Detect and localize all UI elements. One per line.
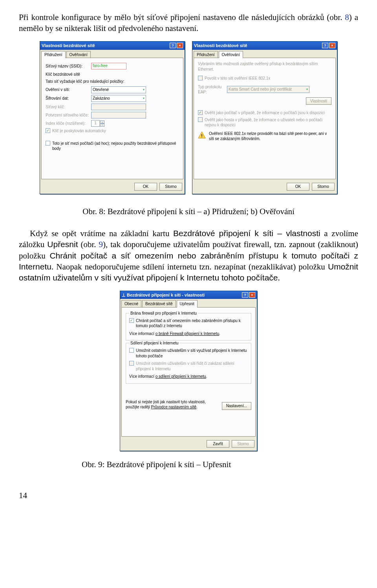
tab-bezdratove-site[interactable]: Bezdrátové sítě (142, 300, 176, 308)
sharing-link[interactable]: o sdílení připojení k Internetu (156, 374, 206, 379)
autokey-checkbox: ✓ (46, 128, 50, 133)
enable-8021x-checkbox (198, 76, 203, 80)
body-paragraph-2: Když se opět vrátíme na základní kartu B… (19, 228, 358, 284)
key-section-header: Klíč bezdrátové sítě (46, 72, 179, 77)
ui-term: Upřesnit (47, 240, 78, 249)
chevron-down-icon: ▾ (100, 124, 104, 127)
sharing-more-info: Více informací o sdílení připojení k Int… (129, 374, 248, 379)
close-icon[interactable]: × (177, 43, 183, 48)
window-title: Vlastnosti bezdrátové sítě (42, 43, 95, 49)
close-icon[interactable]: × (329, 43, 335, 48)
index-stepper: 1 ▴▾ (91, 120, 104, 127)
sharing-group-legend: Sdílení připojení k Internetu (129, 340, 179, 346)
ok-button[interactable]: OK (287, 183, 309, 191)
netkey-label: Síťový klíč: (46, 104, 89, 110)
warning-icon: ! (198, 131, 206, 139)
protect-checkbox[interactable]: ✓ (129, 318, 134, 323)
ssid-label: Síťový název (SSID): (46, 64, 89, 69)
adhoc-label: Toto je síť mezi počítači (ad hoc); nejs… (52, 141, 179, 151)
tab-pridruzeni[interactable]: Přidružení (194, 51, 218, 58)
autokey-label: Klíč je poskytován automaticky (52, 128, 106, 134)
allow-share-label: Umožnit ostatním uživatelům v síti využí… (136, 348, 248, 359)
close-button[interactable]: Zavřít (207, 440, 229, 448)
as-computer-checkbox: ✓ (198, 110, 203, 115)
as-computer-label: Ověřit jako počítač v případě, že inform… (205, 110, 325, 116)
allow-control-checkbox (129, 361, 134, 366)
window-title: Vlastnosti bezdrátové sítě (194, 43, 247, 49)
eap-label: Typ protokolu EAP: (198, 84, 225, 95)
eap-select: Karta Smart Card nebo jiný certifikát▾ (227, 86, 309, 93)
eap-value: Karta Smart Card nebo jiný certifikát (229, 87, 292, 92)
chevron-down-icon: ▾ (306, 87, 308, 92)
tab-upresnit[interactable]: Upřesnit (177, 300, 198, 308)
chevron-up-icon: ▴ (100, 120, 104, 124)
auth-value: Otevřené (93, 87, 109, 93)
fig-ref-8: 8 (345, 13, 349, 22)
as-guest-label: Ověřit jako hosta v případě, že informac… (205, 117, 331, 128)
confkey-input (91, 112, 146, 118)
allow-share-checkbox[interactable] (129, 348, 134, 353)
warning-text: Ověření IEEE 802.1x nelze provádět na bá… (209, 131, 331, 142)
chevron-down-icon: ▾ (143, 96, 145, 101)
as-guest-checkbox (198, 117, 203, 122)
enc-value: Zakázáno (93, 96, 110, 101)
idx-value: 1 (91, 120, 100, 127)
firewall-group-legend: Brána firewall pro připojení k Internetu (129, 311, 198, 316)
settings-button[interactable]: Nastavení... (222, 402, 251, 410)
tab-overovani[interactable]: Ověřování (219, 51, 243, 58)
title-text: Bezdrátové připojení k síti - vlastnosti (127, 293, 205, 297)
intro-text: Vybráním této možnosti zajistíte ověřený… (198, 61, 331, 72)
dialog-upresnit: ⊥ Bezdrátové připojení k síti - vlastnos… (120, 291, 257, 451)
figure-9-caption: Obr. 9: Bezdrátové připojení k síti – Up… (82, 459, 358, 470)
close-icon[interactable]: × (249, 292, 255, 298)
idx-label: Index klíče (rozšířené): (46, 121, 89, 126)
ssid-input[interactable]: faro-free (91, 63, 126, 69)
protect-label: Chránit počítač a síť omezením nebo zabr… (136, 318, 248, 329)
page-number: 14 (19, 490, 358, 501)
properties-button: Vlastnosti (306, 97, 331, 105)
wizard-link[interactable]: Průvodce nastavením sítě (151, 405, 196, 409)
netkey-input (91, 104, 146, 110)
fig-ref-9: 9 (99, 240, 103, 249)
cancel-button[interactable]: Storno (312, 183, 335, 191)
text: (obr. (78, 240, 99, 249)
text: . Naopak nedoporučujeme sdílení internet… (51, 262, 328, 271)
confkey-label: Potvrzení síťového klíče: (46, 113, 89, 118)
text: Více informací (129, 374, 156, 379)
tab-obecne[interactable]: Obecné (121, 300, 141, 308)
auth-label: Ověření v síti: (46, 87, 89, 93)
text: Více informací (129, 331, 156, 336)
help-icon[interactable]: ? (322, 43, 328, 48)
wizard-hint: Pokud si nejste jisti jak nastavit tyto … (126, 399, 218, 410)
enc-label: Šifrování dat: (46, 96, 89, 101)
window-title: ⊥ Bezdrátové připojení k síti - vlastnos… (122, 292, 205, 298)
enc-select[interactable]: Zakázáno▾ (91, 95, 146, 102)
titlebar[interactable]: Vlastnosti bezdrátové sítě ? × (192, 42, 337, 50)
titlebar[interactable]: Vlastnosti bezdrátové sítě ? × (40, 42, 185, 50)
tab-pridruzeni[interactable]: Přidružení (41, 51, 66, 58)
auth-select[interactable]: Otevřené▾ (91, 86, 146, 93)
tab-overovani[interactable]: Ověřování (66, 51, 91, 58)
enable-8021x-label: Povolit v této síti ověření IEEE 802.1x (205, 76, 270, 81)
ui-term: Bezdrátové připojení k síti – vlastnosti (173, 229, 320, 238)
allow-control-label: Umožnit ostatním uživatelům v síti řídit… (136, 361, 248, 371)
figure-8-caption: Obr. 8: Bezdrátové připojení k síti – a)… (19, 206, 358, 217)
text: . (278, 273, 280, 282)
chevron-down-icon: ▾ (143, 88, 145, 92)
adhoc-checkbox[interactable] (46, 141, 50, 146)
cancel-button: Storno (232, 440, 254, 448)
help-icon[interactable]: ? (170, 43, 176, 48)
firewall-more-info: Více informací o bráně Firewall připojen… (129, 331, 248, 337)
text: Když se opět vrátíme na základní kartu (30, 229, 173, 238)
key-note: Tato síť vyžaduje klíč pro následující p… (46, 79, 179, 84)
svg-text:!: ! (201, 133, 203, 138)
dialog-overovani: Vlastnosti bezdrátové sítě ? × Přidružen… (192, 41, 337, 194)
intro-paragraph: Při kontrole konfigurace by mělo být síť… (19, 12, 358, 34)
dialog-pridruzeni: Vlastnosti bezdrátové sítě ? × Přidružen… (40, 41, 185, 194)
help-icon[interactable]: ? (242, 292, 248, 298)
titlebar[interactable]: ⊥ Bezdrátové připojení k síti - vlastnos… (120, 291, 257, 299)
ok-button[interactable]: OK (134, 183, 157, 191)
firewall-link[interactable]: o bráně Firewall připojení k Internetu (156, 331, 219, 336)
cancel-button[interactable]: Storno (159, 183, 182, 191)
text: Při kontrole konfigurace by mělo být síť… (19, 13, 345, 22)
